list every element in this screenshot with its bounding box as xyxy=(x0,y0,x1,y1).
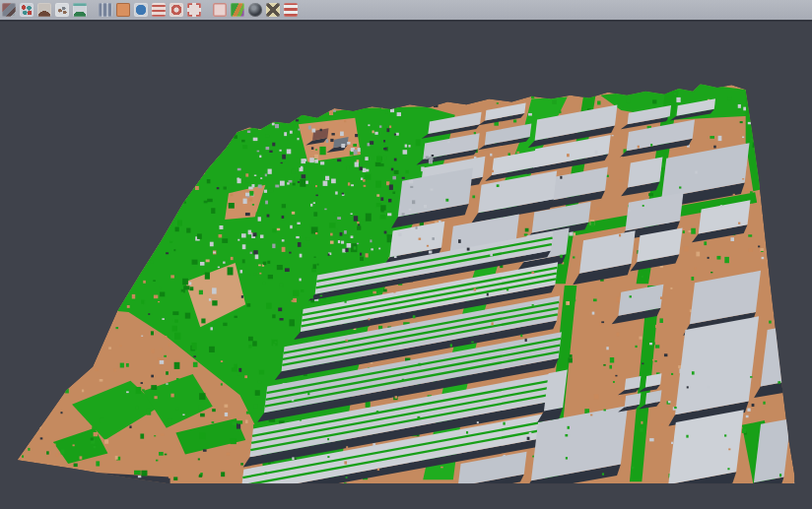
top-clearing xyxy=(299,118,361,162)
crop-corners-icon[interactable] xyxy=(187,3,201,17)
dark-sphere-icon[interactable] xyxy=(248,3,262,17)
sparse-points-icon[interactable] xyxy=(55,3,69,17)
green-hill-icon[interactable] xyxy=(73,3,87,17)
terrain-mound-icon[interactable] xyxy=(37,3,51,17)
contour-lines-icon[interactable] xyxy=(152,3,166,17)
terrain-scene xyxy=(0,22,812,509)
building-roof xyxy=(675,316,759,414)
globe-icon[interactable] xyxy=(134,3,148,17)
profile-columns-icon[interactable] xyxy=(99,3,112,17)
cross-arrows-icon[interactable] xyxy=(266,3,280,17)
terrain-mesh xyxy=(18,84,798,502)
striped-flag-icon[interactable] xyxy=(284,3,298,17)
toolbar-group-gap xyxy=(203,13,211,14)
mosaic-icon[interactable] xyxy=(2,3,16,17)
toolbar-group-gap xyxy=(89,13,97,14)
target-circle-icon[interactable] xyxy=(169,3,183,17)
point-pair-icon[interactable] xyxy=(20,3,34,17)
application-window xyxy=(0,0,812,509)
classification-map-icon[interactable] xyxy=(231,3,244,17)
toolbar xyxy=(0,0,812,22)
3d-viewport[interactable] xyxy=(0,22,812,509)
ortho-tile-icon[interactable] xyxy=(116,3,130,17)
selection-box-icon[interactable] xyxy=(213,3,227,17)
